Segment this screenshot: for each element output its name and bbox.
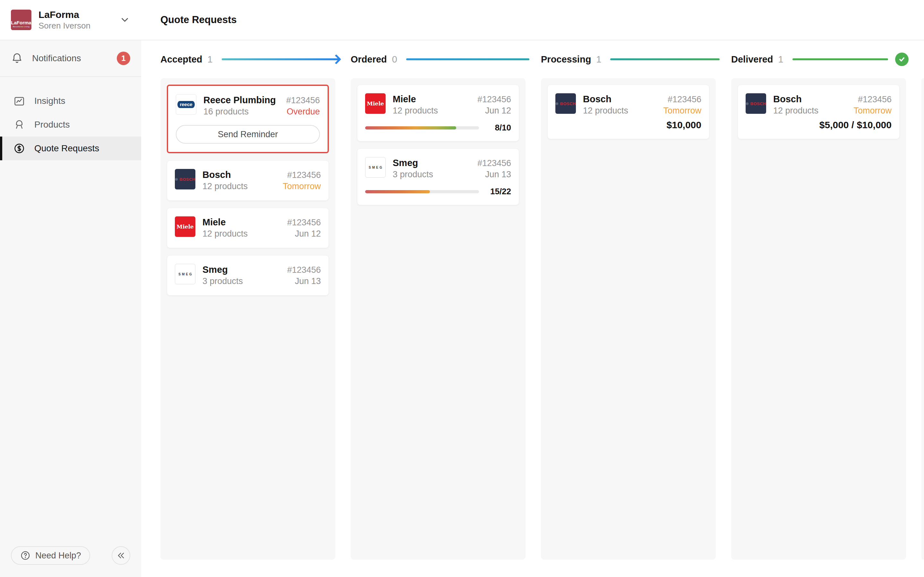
notifications-badge: 1 [117,52,130,65]
progress-fill [365,190,430,193]
progress-track [365,126,479,129]
miele-logo: Miele [365,93,386,114]
progress-track [365,190,479,193]
product-count: 12 products [393,105,438,116]
need-help-button[interactable]: Need Help? [11,546,90,565]
user-name: Soren Iverson [39,21,90,31]
page-header: Quote Requests [141,0,924,40]
dollar-circle-icon [13,142,28,155]
bosch-symbol-icon [556,101,559,106]
order-progress: 15/22 [365,187,511,197]
sidebar-item-label: Products [34,119,70,130]
order-id: #123456 [858,95,892,105]
logo-tagline: Barcelona Living [13,25,29,28]
product-count: 12 products [773,105,819,116]
stage-processing: Processing 1 [541,54,731,65]
check-circle-icon [895,53,909,66]
quote-card-smeg[interactable]: SMEG Smeg #123456 3 products Jun 13 [357,148,519,205]
vendor-name: Miele [393,93,416,105]
due-status: Jun 12 [485,106,511,116]
quote-card-bosch[interactable]: BOSCH Bosch #123456 12 products Tomorrow… [738,85,900,139]
due-status: Tomorrow [283,181,321,191]
due-status: Jun 13 [485,169,511,179]
due-status: Jun 13 [295,276,321,286]
stage-accepted: Accepted 1 [160,54,351,65]
logo-wordmark: LaForma [11,20,31,25]
stage-count: 1 [208,54,213,65]
sidebar-item-quote-requests[interactable]: Quote Requests [0,137,141,160]
stage-name: Ordered [351,54,387,65]
sidebar-item-insights[interactable]: Insights [0,89,141,113]
vendor-name: Smeg [202,264,228,276]
stage-count: 0 [392,54,397,65]
order-progress: 8/10 [365,123,511,133]
flow-line [610,58,720,60]
quote-card-smeg[interactable]: SMEG Smeg #123456 3 products Jun 13 [167,255,329,295]
quote-amount: $5,000 / $10,000 [746,119,892,131]
page-title: Quote Requests [160,14,237,26]
sidebar-item-products[interactable]: Products [0,113,141,137]
sidebar-item-label: Quote Requests [34,143,99,153]
stage-name: Processing [541,54,591,65]
bell-icon [11,52,26,64]
quote-card-bosch[interactable]: BOSCH Bosch #123456 12 products Tomorrow [167,160,329,201]
progress-label: 15/22 [487,187,511,197]
flow-line [792,58,888,60]
vendor-name: Bosch [202,169,231,181]
product-count: 12 products [202,228,248,239]
product-count: 12 products [583,105,628,116]
quote-amount: $10,000 [556,119,701,131]
product-count: 16 products [204,106,249,117]
smeg-logo: SMEG [365,157,386,177]
product-count: 3 products [202,276,243,287]
column-accepted: reece Reece Plumbing #123456 16 products… [160,78,335,560]
vendor-name: Bosch [583,93,612,105]
laforma-logo: LaForma Barcelona Living [11,10,31,30]
chevron-down-icon[interactable] [120,15,130,25]
stage-ordered: Ordered 0 [351,54,541,65]
send-reminder-button[interactable]: Send Reminder [176,125,320,143]
stage-name: Delivered [731,54,773,65]
quote-card-bosch[interactable]: BOSCH Bosch #123456 12 products Tomorrow… [548,85,709,139]
order-id: #123456 [287,265,321,275]
collapse-sidebar-button[interactable] [111,546,130,565]
bosch-logo: BOSCH [556,93,576,114]
bosch-logo: BOSCH [746,93,766,114]
notifications-item[interactable]: Notifications 1 [0,40,141,77]
org-switcher[interactable]: LaForma Barcelona Living LaForma Soren I… [0,0,141,40]
column-next-partial [921,78,924,560]
org-name: LaForma [39,9,90,21]
sidebar-item-label: Insights [34,96,65,106]
quote-card-miele[interactable]: Miele Miele #123456 12 products Jun 12 [357,85,519,141]
order-id: #123456 [287,170,321,180]
order-id: #123456 [286,95,320,105]
column-delivered: BOSCH Bosch #123456 12 products Tomorrow… [731,78,906,560]
quote-card-reece[interactable]: reece Reece Plumbing #123456 16 products… [167,85,329,153]
reece-logo: reece [176,94,196,115]
double-chevron-left-icon [116,551,126,560]
kanban-board: reece Reece Plumbing #123456 16 products… [141,78,924,560]
order-id: #123456 [668,95,701,105]
vendor-name: Reece Plumbing [204,94,276,106]
stage-flow-header: Accepted 1 Ordered 0 Processing 1 Delive… [141,40,924,78]
question-circle-icon [20,550,31,561]
insights-icon [13,95,28,107]
smeg-logo: SMEG [175,264,195,284]
vendor-name: Smeg [393,157,418,169]
bosch-symbol-icon [746,101,749,106]
vendor-name: Miele [202,216,226,228]
notifications-label: Notifications [32,53,117,63]
quote-card-miele[interactable]: Miele Miele #123456 12 products Jun 12 [167,208,329,248]
order-id: #123456 [477,158,511,168]
stage-count: 1 [596,54,601,65]
progress-fill [365,126,456,129]
bosch-symbol-icon [175,177,178,182]
miele-logo: Miele [175,216,195,237]
stage-delivered: Delivered 1 [731,53,921,66]
sidebar: LaForma Barcelona Living LaForma Soren I… [0,0,141,577]
due-status: Jun 12 [295,229,321,239]
stage-name: Accepted [160,54,202,65]
due-status: Tomorrow [663,106,701,116]
stage-count: 1 [779,54,783,65]
due-status: Tomorrow [853,106,892,116]
